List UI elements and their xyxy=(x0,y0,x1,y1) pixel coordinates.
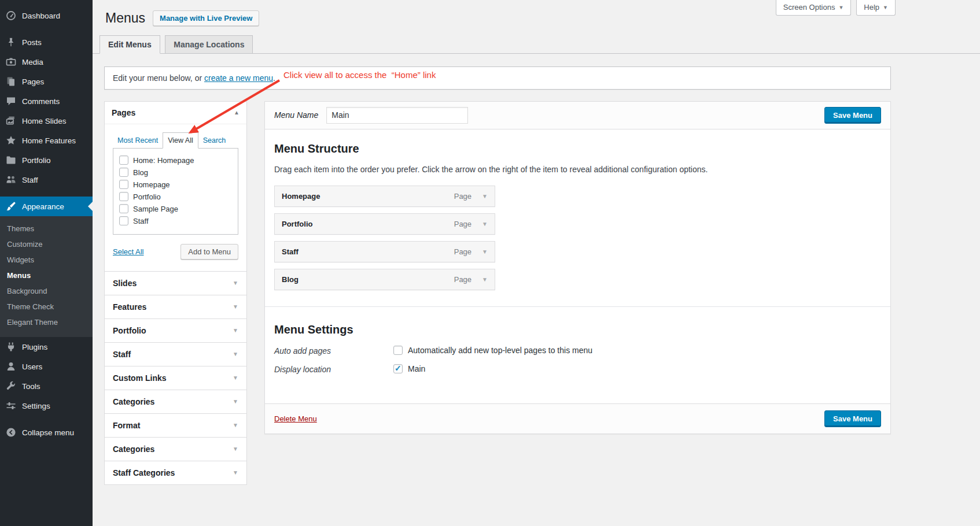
sidebar-item-portfolio[interactable]: Portfolio xyxy=(0,150,93,170)
sidebar-separator xyxy=(0,25,93,32)
submenu-item-background[interactable]: Background xyxy=(0,283,93,299)
accordion-custom-links[interactable]: Custom Links ▼ xyxy=(104,366,247,390)
submenu-item-menus[interactable]: Menus xyxy=(0,268,93,283)
accordion-title: Categories xyxy=(113,397,154,406)
posts-icon xyxy=(5,37,17,47)
create-new-menu-link[interactable]: create a new menu xyxy=(204,73,273,83)
notice-text-after: . xyxy=(273,73,275,83)
accordion-slides[interactable]: Slides ▼ xyxy=(104,271,247,295)
menu-item-staff[interactable]: Staff Page ▼ xyxy=(274,241,495,262)
accordion-categories-2[interactable]: Categories ▼ xyxy=(104,437,247,461)
tab-edit-menus[interactable]: Edit Menus xyxy=(100,35,160,54)
save-menu-button-top[interactable]: Save Menu xyxy=(824,107,881,124)
collapse-menu-button[interactable]: Collapse menu xyxy=(0,423,93,442)
screen-options-label: Screen Options xyxy=(783,3,835,12)
submenu-item-widgets[interactable]: Widgets xyxy=(0,252,93,268)
menu-name-input[interactable] xyxy=(326,107,468,124)
menu-item-type: Page xyxy=(454,192,471,201)
sidebar-item-label: Media xyxy=(22,58,43,66)
submenu-item-customize[interactable]: Customize xyxy=(0,236,93,252)
chevron-down-icon: ▼ xyxy=(838,5,843,10)
chevron-up-icon[interactable]: ▲ xyxy=(234,109,240,116)
delete-menu-link[interactable]: Delete Menu xyxy=(274,414,317,423)
checkbox[interactable] xyxy=(393,346,403,355)
add-to-menu-button[interactable]: Add to Menu xyxy=(180,244,238,260)
nav-tabs: Edit Menus Manage Locations xyxy=(93,35,980,54)
page-checkbox-row[interactable]: Portfolio xyxy=(119,191,232,203)
display-location-option-label: Main xyxy=(408,364,425,373)
menu-item-blog[interactable]: Blog Page ▼ xyxy=(274,269,495,290)
checkbox[interactable] xyxy=(119,192,128,201)
sidebar-item-label: Plugins xyxy=(22,343,47,351)
pages-panel-body: Most Recent View All Search Home: Homepa… xyxy=(105,124,246,271)
checkbox[interactable] xyxy=(119,204,128,213)
chevron-down-icon[interactable]: ▼ xyxy=(482,221,488,227)
menu-structure-heading: Menu Structure xyxy=(274,142,881,155)
sidebar-item-users[interactable]: Users xyxy=(0,357,93,376)
accordion-features[interactable]: Features ▼ xyxy=(104,295,247,319)
sidebar-item-settings[interactable]: Settings xyxy=(0,396,93,416)
submenu-item-elegant-theme[interactable]: Elegant Theme xyxy=(0,314,93,330)
pages-panel-header[interactable]: Pages ▲ xyxy=(105,102,246,124)
sidebar-item-dashboard[interactable]: Dashboard xyxy=(0,6,93,25)
page-checkbox-row[interactable]: Homepage xyxy=(119,179,232,191)
screen-options-button[interactable]: Screen Options ▼ xyxy=(776,0,852,16)
tab-search[interactable]: Search xyxy=(198,133,231,148)
chevron-down-icon[interactable]: ▼ xyxy=(482,193,488,199)
sidebar-item-posts[interactable]: Posts xyxy=(0,32,93,52)
display-location-option[interactable]: Main xyxy=(393,364,425,373)
page-checkbox-row[interactable]: Blog xyxy=(119,166,232,179)
page-checkbox-label: Sample Page xyxy=(133,205,178,213)
notice-text: Edit your menu below, or xyxy=(113,73,204,83)
sidebar-item-media[interactable]: Media xyxy=(0,52,93,72)
checkbox[interactable] xyxy=(119,180,128,189)
page-checkbox-row[interactable]: Home: Homepage xyxy=(119,154,232,166)
auto-add-pages-option[interactable]: Automatically add new top-level pages to… xyxy=(393,346,592,355)
checkbox[interactable] xyxy=(119,155,128,165)
menu-item-homepage[interactable]: Homepage Page ▼ xyxy=(274,186,495,207)
help-button[interactable]: Help ▼ xyxy=(856,0,896,16)
auto-add-pages-row: Auto add pages Automatically add new top… xyxy=(274,346,881,355)
accordion-staff-categories[interactable]: Staff Categories ▼ xyxy=(104,461,247,485)
checkbox[interactable] xyxy=(393,364,403,373)
sidebar-item-comments[interactable]: Comments xyxy=(0,91,93,111)
manage-with-live-preview-button[interactable]: Manage with Live Preview xyxy=(153,10,259,26)
accordion-title: Staff xyxy=(113,350,131,359)
auto-add-pages-option-label: Automatically add new top-level pages to… xyxy=(408,346,592,355)
page-checkbox-row[interactable]: Staff xyxy=(119,215,232,227)
save-menu-button-bottom[interactable]: Save Menu xyxy=(824,410,881,427)
sidebar-item-home-slides[interactable]: Home Slides xyxy=(0,111,93,131)
page-checkbox-label: Homepage xyxy=(133,180,170,189)
accordion-staff[interactable]: Staff ▼ xyxy=(104,342,247,366)
tab-most-recent[interactable]: Most Recent xyxy=(113,133,163,148)
tab-view-all[interactable]: View All xyxy=(163,132,198,149)
sidebar-item-label: Appearance xyxy=(22,202,64,211)
sidebar-item-home-features[interactable]: Home Features xyxy=(0,131,93,150)
select-all-link[interactable]: Select All xyxy=(113,247,143,256)
chevron-down-icon: ▼ xyxy=(233,351,238,357)
menu-item-type: Page xyxy=(454,220,471,228)
page-checkbox-row[interactable]: Sample Page xyxy=(119,203,232,215)
tab-manage-locations[interactable]: Manage Locations xyxy=(165,35,253,54)
checkbox[interactable] xyxy=(119,168,128,177)
collapse-icon xyxy=(5,427,17,438)
sidebar-item-staff[interactable]: Staff xyxy=(0,170,93,190)
accordion-categories[interactable]: Categories ▼ xyxy=(104,390,247,414)
menu-item-portfolio[interactable]: Portfolio Page ▼ xyxy=(274,213,495,235)
user-icon xyxy=(5,361,17,372)
sidebar-item-plugins[interactable]: Plugins xyxy=(0,337,93,357)
submenu-item-themes[interactable]: Themes xyxy=(0,221,93,236)
chevron-down-icon[interactable]: ▼ xyxy=(482,249,488,255)
sidebar-item-tools[interactable]: Tools xyxy=(0,376,93,396)
submenu-item-theme-check[interactable]: Theme Check xyxy=(0,299,93,314)
main-content: Screen Options ▼ Help ▼ Menus Manage wit… xyxy=(93,0,980,526)
sidebar-item-pages[interactable]: Pages xyxy=(0,72,93,91)
checkbox[interactable] xyxy=(119,216,128,225)
page-checkbox-label: Blog xyxy=(133,168,148,177)
chevron-down-icon[interactable]: ▼ xyxy=(482,276,488,283)
menu-name-row: Menu Name xyxy=(274,107,468,124)
sidebar-item-label: Posts xyxy=(22,38,42,47)
accordion-format[interactable]: Format ▼ xyxy=(104,413,247,438)
accordion-portfolio[interactable]: Portfolio ▼ xyxy=(104,318,247,343)
sidebar-item-appearance[interactable]: Appearance xyxy=(0,197,93,216)
